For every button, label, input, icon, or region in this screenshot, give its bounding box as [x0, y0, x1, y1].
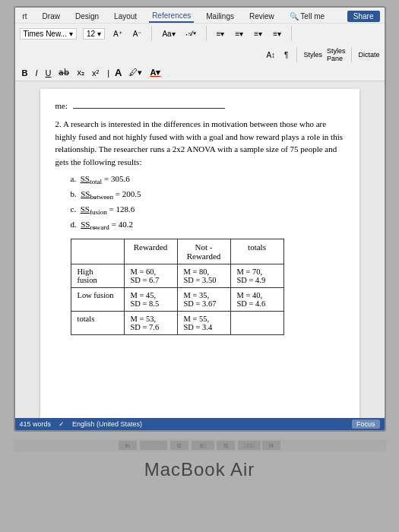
keyboard-cluster: 8□ f3	[192, 441, 235, 450]
doc-page: me: 2. A research is interested in the d…	[40, 89, 359, 418]
separator-5	[351, 47, 352, 62]
bullets-button[interactable]: ≡▾	[214, 29, 227, 39]
table-cell-low-fusion-rewarded: M = 45,SD = 8.5	[124, 288, 177, 312]
font-format-aa[interactable]: Aa▾	[160, 29, 177, 39]
document-area: me: 2. A research is interested in the d…	[15, 81, 385, 418]
keyboard-cluster-2: □□□ f4	[238, 441, 280, 450]
separator-1	[151, 26, 152, 41]
font-size-label: 12	[87, 30, 95, 38]
separator-2	[206, 26, 207, 41]
tab-mailings[interactable]: Mailings	[203, 11, 237, 22]
highlight-button[interactable]: 🖊▾	[127, 67, 144, 78]
list-item: c. SSfusion = 128.6	[71, 203, 344, 218]
table-cell-low-fusion-label: Low fusion	[71, 288, 124, 312]
table-header-totals: totals	[230, 239, 283, 264]
keyboard-key-f4: f4	[262, 441, 280, 450]
font-color-a-button[interactable]: A	[112, 66, 124, 79]
styles-pane-label[interactable]: StylesPane	[327, 47, 346, 62]
tab-layout[interactable]: Layout	[111, 11, 140, 22]
list-item: b. SSbetween = 200.5	[71, 188, 344, 203]
dictate-label[interactable]: Dictate	[358, 51, 379, 59]
table-row: Low fusion M = 45,SD = 8.5 M = 35,SD = 3…	[71, 288, 283, 312]
table-header-rewarded: Rewarded	[124, 239, 177, 264]
table-cell-totals-totals	[230, 312, 283, 335]
table-header-not-rewarded: Not -Rewarded	[177, 239, 230, 264]
superscript-button[interactable]: x²	[90, 68, 101, 78]
table-row: Highfusion M = 60,SD = 6.7 M = 80,SD = 3…	[71, 264, 283, 288]
laptop-bottom: fn f2 8□ f3 □□□ f4 MacBook Air	[14, 438, 386, 480]
ribbon-toolbar-1: Times New... ▾ 12 ▾ A⁺ A⁻ Aa▾ 𝒜▾ ≡▾ ≡▾ ≡…	[15, 24, 385, 65]
keyboard-key-fn: fn	[119, 441, 137, 450]
tab-references[interactable]: References	[149, 10, 194, 23]
ribbon-tabs: rt Draw Design Layout References Mailing…	[15, 8, 385, 24]
question-2-block: 2. A research is interested in the diffe…	[55, 118, 344, 335]
table-cell-high-fusion-not-rewarded: M = 80,SD = 3.50	[177, 264, 230, 288]
word-count: 415 words	[20, 420, 52, 428]
keyboard-bar: fn f2 8□ f3 □□□ f4	[14, 439, 386, 451]
name-field-line: me:	[55, 101, 344, 110]
question-text: 2. A research is interested in the diffe…	[55, 118, 344, 168]
language-indicator: English (United States)	[72, 420, 142, 428]
styles-label[interactable]: Styles	[303, 51, 322, 59]
font-name-label: Times New...	[24, 30, 67, 38]
table-cell-high-fusion-label: Highfusion	[71, 264, 124, 288]
separator-4	[296, 47, 297, 62]
font-size-selector[interactable]: 12 ▾	[83, 28, 105, 40]
table-cell-high-fusion-rewarded: M = 60,SD = 6.7	[124, 264, 177, 288]
keyboard-key-f3: f3	[217, 441, 235, 450]
list-item: a. SStotal = 305.6	[71, 173, 344, 188]
subscript-button[interactable]: x₂	[74, 67, 87, 78]
pilcrow-button[interactable]: ¶	[282, 50, 290, 60]
table-header-empty	[71, 239, 124, 264]
table-cell-totals-label: totals	[71, 312, 124, 335]
status-bar: 415 words ✓ English (United States) Focu…	[15, 418, 385, 430]
keyboard-key-grid: □□□	[238, 441, 261, 450]
screen: rt Draw Design Layout References Mailing…	[14, 6, 386, 432]
tab-draw[interactable]: Draw	[40, 11, 63, 22]
macbook-brand-label: MacBook Air	[14, 459, 386, 480]
table-cell-high-fusion-totals: M = 70,SD = 4.9	[230, 264, 283, 288]
numbering-button[interactable]: ≡▾	[233, 29, 245, 39]
question-number: 2.	[55, 119, 62, 128]
styles-group: A↕ ¶ Styles StylesPane Dictate	[264, 47, 379, 62]
strikethrough-button[interactable]: a̶b̶	[56, 67, 71, 78]
underline-button[interactable]: U	[43, 68, 54, 78]
table-cell-totals-rewarded: M = 53,SD = 7.6	[124, 312, 177, 335]
font-format-a-fancy[interactable]: 𝒜▾	[184, 28, 198, 39]
indent-button[interactable]: ≡▾	[252, 29, 264, 39]
name-label: me:	[55, 101, 68, 110]
question-body: A research is interested in the differen…	[55, 119, 344, 166]
anova-table: Rewarded Not -Rewarded totals Highfusion…	[71, 239, 284, 335]
increase-font-button[interactable]: A⁺	[111, 29, 125, 39]
table-cell-low-fusion-not-rewarded: M = 35,SD = 3.67	[177, 288, 230, 312]
ribbon: rt Draw Design Layout References Mailing…	[15, 8, 385, 81]
tab-tellme[interactable]: 🔍 Tell me	[287, 11, 328, 22]
keyboard-key-8: 8□	[192, 441, 214, 450]
chevron-down-icon: ▾	[69, 30, 73, 38]
laptop-frame: rt Draw Design Layout References Mailing…	[0, 0, 399, 532]
list-item: d. SSreward = 40.2	[71, 218, 344, 233]
tab-design[interactable]: Design	[72, 11, 102, 22]
tab-review[interactable]: Review	[246, 11, 277, 22]
decrease-font-button[interactable]: A⁻	[131, 29, 144, 39]
align-button[interactable]: ≡▾	[271, 29, 283, 39]
italic-button[interactable]: I	[33, 68, 40, 78]
spell-check-icon: ✓	[59, 420, 65, 428]
share-button[interactable]: Share	[347, 11, 380, 22]
chevron-down-icon-2: ▾	[97, 30, 101, 38]
text-color-button[interactable]: A▾	[147, 67, 163, 78]
table-cell-totals-not-rewarded: M = 55,SD = 3.4	[177, 312, 230, 335]
font-name-selector[interactable]: Times New... ▾	[20, 28, 77, 40]
table-cell-low-fusion-totals: M = 40,SD = 4.6	[230, 288, 283, 312]
formatting-row: B I U a̶b̶ x₂ x² | A 🖊▾ A▾	[15, 65, 385, 81]
bold-button[interactable]: B	[20, 68, 30, 78]
separator-3	[291, 26, 292, 41]
table-row: totals M = 53,SD = 7.6 M = 55,SD = 3.4	[71, 312, 283, 335]
keyboard-key-f2: f2	[170, 441, 188, 450]
tab-rt[interactable]: rt	[20, 11, 30, 22]
search-icon: 🔍	[290, 12, 299, 21]
keyboard-key-space	[140, 441, 167, 450]
sort-button[interactable]: A↕	[264, 50, 277, 60]
focus-button[interactable]: Focus	[352, 420, 380, 429]
separator-6: |	[107, 68, 109, 78]
